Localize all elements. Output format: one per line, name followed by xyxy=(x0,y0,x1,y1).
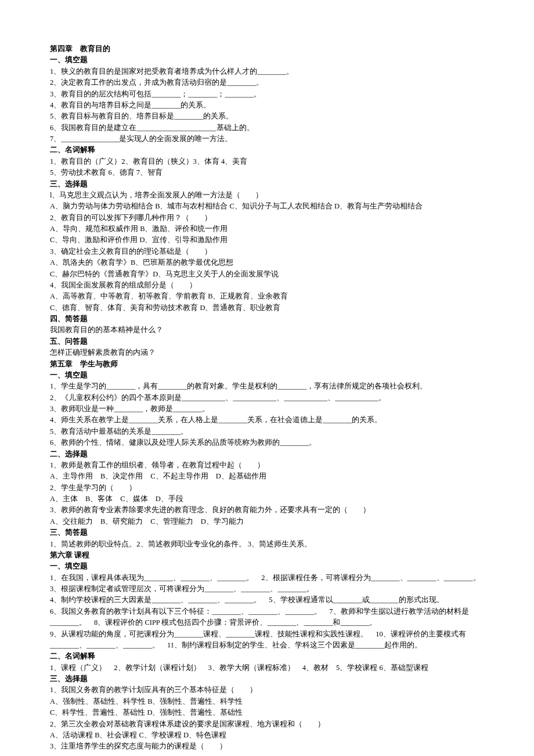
ch5-s1-l5: 5、教育活动中最基础的关系是________。 xyxy=(50,426,484,437)
ch4-s3-q2: 2、教育目的可以发挥下列哪几种作用？（ ） xyxy=(50,213,484,224)
ch4-s2-l2: 5、劳动技术教育 6、德育 7、智育 xyxy=(50,167,484,178)
ch4-s4-l1: 我国教育目的的基本精神是什么？ xyxy=(50,325,484,336)
ch4-s3-q3a: A、凯洛夫的《教育学》B、巴班斯基的教学最优化思想 xyxy=(50,257,484,268)
ch5-s1-l6: 6、教师的个性、情绪、健康以及处理人际关系的品质等统称为教师的________。 xyxy=(50,437,484,448)
ch6-s1-l4: 9、从课程功能的角度，可把课程分为________课程、________课程、技… xyxy=(50,629,484,651)
ch4-s2-heading: 二、名词解释 xyxy=(50,145,484,156)
ch5-s1-l2: 2、《儿童权利公约》的四个基本原则是____________、_________… xyxy=(50,393,484,404)
ch4-s3-q1opt: A、脑力劳动与体力劳动相结合 B、城市与农村相结合 C、知识分子与工人农民相结合… xyxy=(50,201,484,212)
ch4-s1-l5: 5、教育目标与教育目的、培养目标是________的关系。 xyxy=(50,111,484,122)
ch4-s1-l3: 3、教育目的的层次结构可包括________；________；________… xyxy=(50,89,484,100)
ch4-s3-q3b: C、赫尔巴特的《普通教育学》D、马克思主义关于人的全面发展学说 xyxy=(50,269,484,280)
ch4-s3-q4: 4、我国全面发展教育的组成部分是（ ） xyxy=(50,280,484,291)
ch5-s1-heading: 一、填空题 xyxy=(50,370,484,381)
ch5-s2-q2opt: A、主体 B、客体 C、媒体 D、手段 xyxy=(50,494,484,505)
ch5-s3-l1: 1、简述教师的职业特点。2、简述教师职业专业化的条件。 3、简述师生关系。 xyxy=(50,539,484,550)
ch6-s3-q1b: C、科学性、普遍性、基础性 D、强制性、普遍性、基础性 xyxy=(50,707,484,718)
ch4-s5-heading: 五、问答题 xyxy=(50,336,484,347)
ch6-s1-heading: 一、填空题 xyxy=(50,561,484,572)
chapter4-title: 第四章 教育目的 xyxy=(50,44,484,55)
ch4-s3-heading: 三、选择题 xyxy=(50,179,484,190)
ch6-s1-l1: 1、在我国，课程具体表现为________、________、________。… xyxy=(50,573,484,595)
chapter5-title: 第五章 学生与教师 xyxy=(50,359,484,370)
ch6-s3-heading: 三、选择题 xyxy=(50,674,484,685)
ch6-s2-heading: 二、名词解释 xyxy=(50,651,484,662)
ch6-s3-q3: 3、注重培养学生的探究态度与能力的课程是（ ） xyxy=(50,741,484,752)
ch4-s2-l1: 1、教育目的（广义）2、教育目的（狭义）3、体育 4、美育 xyxy=(50,156,484,167)
ch6-s1-l3: 6、我国义务教育的教学计划具有以下三个特征：________、________、… xyxy=(50,606,484,629)
ch6-s3-q1: 1、我国义务教育的教学计划应具有的三个基本特征是（ ） xyxy=(50,685,484,696)
ch5-s2-q2: 2、学生是学习的（ ） xyxy=(50,483,484,494)
ch6-s3-q2opt: A、活动课程 B、社会课程 C、学校课程 D、特色课程 xyxy=(50,730,484,741)
ch4-s5-l1: 怎样正确理解素质教育的内涵？ xyxy=(50,347,484,358)
ch6-s2-l1: 1、课程（广义） 2、教学计划（课程计划） 3、教学大纲（课程标准） 4、教材 … xyxy=(50,663,484,674)
ch4-s3-q2a: A、导向、规范和权威作用 B、激励、评价和统一作用 xyxy=(50,224,484,235)
ch5-s1-l4: 4、师生关系在教学上是________关系，在人格上是________关系，在社… xyxy=(50,415,484,426)
ch4-s3-q2b: C、导向、激励和评价作用 D、宣传、引导和激励作用 xyxy=(50,235,484,246)
ch4-s4-heading: 四、简答题 xyxy=(50,314,484,325)
ch4-s3-q1: l、马克思主义观点认为，培养全面发展人的唯一方法是（ ） xyxy=(50,190,484,201)
ch4-s1-l4: 4、教育目的与培养目标之间是________的关系。 xyxy=(50,100,484,111)
ch5-s2-q1: 1、教师是教育工作的组织者、领导者，在教育过程中起（ ） xyxy=(50,460,484,471)
ch6-s3-q2: 2、第三次全教会对基础教育课程体系建设的要求是国家课程、地方课程和（ ） xyxy=(50,719,484,730)
ch6-s1-l2: 4、制约学校课程的三大因素是________、________、________… xyxy=(50,595,484,606)
ch4-s3-q3: 3、确定社会主义教育目的的理论基础是（ ） xyxy=(50,246,484,257)
ch5-s2-q3: 3、教师的教育专业素养除要求先进的教育理念、良好的教育能力外，还要求具有一定的（… xyxy=(50,505,484,516)
ch4-s1-heading: 一、填空题 xyxy=(50,55,484,66)
ch5-s2-q1opt: A、主导作用 B、决定作用 C、不起主导作用 D、起基础作用 xyxy=(50,471,484,482)
ch5-s3-heading: 三、简答题 xyxy=(50,527,484,538)
ch4-s1-l2: 2、决定教育工作的出发点，并成为教育活动归宿的是________。 xyxy=(50,77,484,88)
ch6-s3-q1a: A、强制性、基础性、科学性 B、强制性、普遍性、科学性 xyxy=(50,696,484,707)
chapter6-title: 第六章 课程 xyxy=(50,550,484,561)
ch5-s1-l1: 1、学生是学习的________，具有________的教育对象。学生是权利的_… xyxy=(50,381,484,392)
ch4-s3-q4a: A、高等教育、中等教育、初等教育、学前教育 B、正规教育、业余教育 xyxy=(50,291,484,302)
ch4-s1-l7: 7、________________是实现人的全面发展的唯一方法。 xyxy=(50,134,484,145)
ch5-s2-heading: 二、选择题 xyxy=(50,449,484,460)
ch4-s3-q4b: C、德育、智育、体育、美育和劳动技术教育 D、普通教育、职业教育 xyxy=(50,303,484,314)
ch4-s1-l6: 6、我国教育目的是建立在______________________基础上的。 xyxy=(50,123,484,134)
ch5-s1-l3: 3、教师职业是一种________，教师是________。 xyxy=(50,404,484,415)
ch5-s2-q3opt: A、交往能力 B、研究能力 C、管理能力 D、学习能力 xyxy=(50,516,484,527)
ch4-s1-l1: 1、狭义的教育目的是国家对把受教育者培养成为什么样人才的________。 xyxy=(50,66,484,77)
